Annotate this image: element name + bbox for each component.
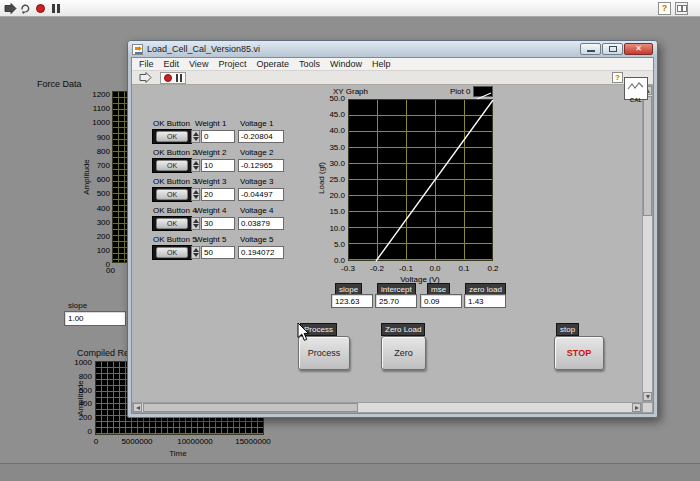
- window-title: Load_Cell_Cal_Version85.vi: [147, 44, 260, 54]
- scroll-left-icon[interactable]: [133, 403, 142, 412]
- calibration-row-5: OK Button 5 Weight 5 Voltage 5 OK 50 0.1…: [132, 235, 332, 263]
- maximize-button[interactable]: [602, 43, 623, 55]
- axis-tick-label: 20.0: [329, 192, 345, 200]
- labview-app-icon: [132, 44, 143, 55]
- ok-button-frame: OK: [152, 129, 192, 144]
- compiled-x-axis-label: Time: [155, 449, 201, 458]
- voltage-indicator: 0.194072: [238, 246, 284, 259]
- pause-icon[interactable]: [176, 74, 182, 82]
- axis-tick-label: 00: [106, 267, 115, 275]
- voltage-indicator: -0.20804: [238, 130, 284, 143]
- menu-help[interactable]: Help: [367, 58, 396, 70]
- weight-spinner[interactable]: [191, 217, 200, 230]
- legend-line-sample-icon: [473, 86, 493, 97]
- axis-tick-label: 5.0: [334, 241, 345, 249]
- screen-bottom-strip: [0, 463, 700, 481]
- axis-tick-label: 0: [88, 428, 92, 436]
- weight-input[interactable]: 0: [201, 130, 235, 143]
- menu-file[interactable]: File: [134, 58, 159, 70]
- calibration-row-2: OK Button 2 Weight 2 Voltage 2 OK 10 -0.…: [132, 148, 332, 176]
- weight-spinner[interactable]: [191, 246, 200, 259]
- weight-spinner[interactable]: [191, 188, 200, 201]
- ok-button[interactable]: OK: [156, 218, 188, 229]
- menu-edit[interactable]: Edit: [159, 58, 185, 70]
- pause-icon[interactable]: [49, 2, 62, 15]
- menu-tools[interactable]: Tools: [294, 58, 325, 70]
- weight-input[interactable]: 30: [201, 217, 235, 230]
- ok-button[interactable]: OK: [156, 247, 188, 258]
- axis-tick-label: 1000: [92, 119, 110, 127]
- horizontal-scroll-thumb[interactable]: [143, 403, 358, 412]
- context-help-window-icon[interactable]: [675, 2, 688, 15]
- axis-tick-label: 15000000: [231, 438, 275, 446]
- axis-tick-label: 0: [74, 438, 118, 446]
- voltage-label: Voltage 3: [240, 177, 273, 186]
- ok-button-label: OK Button: [153, 119, 190, 128]
- context-help-question-icon[interactable]: ?: [658, 2, 671, 15]
- axis-tick-label: 800: [97, 148, 110, 156]
- horizontal-scrollbar[interactable]: [132, 402, 642, 413]
- abort-icon[interactable]: [164, 74, 172, 82]
- abort-icon[interactable]: [34, 2, 47, 15]
- axis-tick-label: 600: [79, 387, 92, 395]
- weight-input[interactable]: 20: [201, 188, 235, 201]
- axis-tick-label: 1100: [93, 105, 110, 113]
- run-continuous-icon[interactable]: [19, 2, 32, 15]
- ok-button[interactable]: OK: [156, 160, 188, 171]
- menu-window[interactable]: Window: [325, 58, 367, 70]
- weight-label: Weight 5: [195, 235, 226, 244]
- calibration-row-1: OK Button Weight 1 Voltage 1 OK 0 -0.208…: [132, 119, 332, 147]
- axis-tick-label: 5000000: [115, 438, 159, 446]
- axis-tick-label: 50.0: [329, 95, 345, 103]
- xy-plot-area: [348, 99, 493, 261]
- force-data-graph-title: Force Data: [37, 79, 82, 89]
- axis-tick-label: 0.2: [480, 265, 506, 273]
- scroll-right-icon[interactable]: [632, 403, 641, 412]
- weight-input[interactable]: 50: [201, 246, 235, 259]
- voltage-indicator: -0.04497: [238, 188, 284, 201]
- voltage-indicator: 0.03879: [238, 217, 284, 230]
- bg-slope-value: 1.00: [64, 311, 126, 326]
- window-titlebar[interactable]: Load_Cell_Cal_Version85.vi ✕: [128, 41, 657, 57]
- axis-tick-label: 0.1: [451, 265, 477, 273]
- window-body: FileEditViewProjectOperateToolsWindowHel…: [131, 57, 654, 414]
- vertical-scroll-thumb[interactable]: [643, 96, 652, 216]
- weight-label: Weight 1: [195, 119, 226, 128]
- ok-button[interactable]: OK: [156, 131, 188, 142]
- voltage-label: Voltage 4: [240, 206, 273, 215]
- weight-input[interactable]: 10: [201, 159, 235, 172]
- help-question-icon[interactable]: ?: [612, 72, 623, 83]
- load-cell-cal-window: Load_Cell_Cal_Version85.vi ✕ FileEditVie…: [127, 40, 658, 418]
- axis-tick-label: 35.0: [329, 144, 345, 152]
- run-arrow-icon[interactable]: [4, 2, 17, 15]
- axis-tick-label: 40.0: [329, 127, 345, 135]
- mouse-cursor: [297, 322, 310, 342]
- legend-plot-label: Plot 0: [450, 87, 470, 96]
- axis-tick-label: 700: [97, 162, 110, 170]
- stop-button[interactable]: STOP: [554, 336, 604, 370]
- ok-button-frame: OK: [152, 158, 192, 173]
- zero-button[interactable]: Zero: [381, 336, 426, 370]
- intercept-value: 25.70: [375, 294, 417, 308]
- menu-operate[interactable]: Operate: [251, 58, 294, 70]
- weight-spinner[interactable]: [191, 130, 200, 143]
- scroll-down-icon[interactable]: [643, 392, 652, 401]
- voltage-indicator: -0.12965: [238, 159, 284, 172]
- axis-tick-label: 400: [97, 205, 110, 213]
- ok-button[interactable]: OK: [156, 189, 188, 200]
- background-vi-toolbar: ?: [0, 0, 700, 17]
- axis-tick-label: 45.0: [329, 111, 345, 119]
- menu-project[interactable]: Project: [213, 58, 251, 70]
- run-arrow-icon[interactable]: [139, 72, 152, 83]
- vertical-scrollbar[interactable]: [642, 85, 653, 402]
- vi-icon: CAL: [624, 77, 648, 100]
- close-button[interactable]: ✕: [624, 43, 653, 55]
- axis-tick-label: 10000000: [173, 438, 217, 446]
- ok-button-label: OK Button 4: [153, 206, 197, 215]
- weight-spinner[interactable]: [191, 159, 200, 172]
- bg-slope-label: slope: [68, 301, 87, 310]
- xy-graph-legend[interactable]: Plot 0: [450, 86, 493, 97]
- menu-view[interactable]: View: [184, 58, 213, 70]
- minimize-button[interactable]: [580, 43, 601, 55]
- axis-tick-label: 15.0: [329, 208, 345, 216]
